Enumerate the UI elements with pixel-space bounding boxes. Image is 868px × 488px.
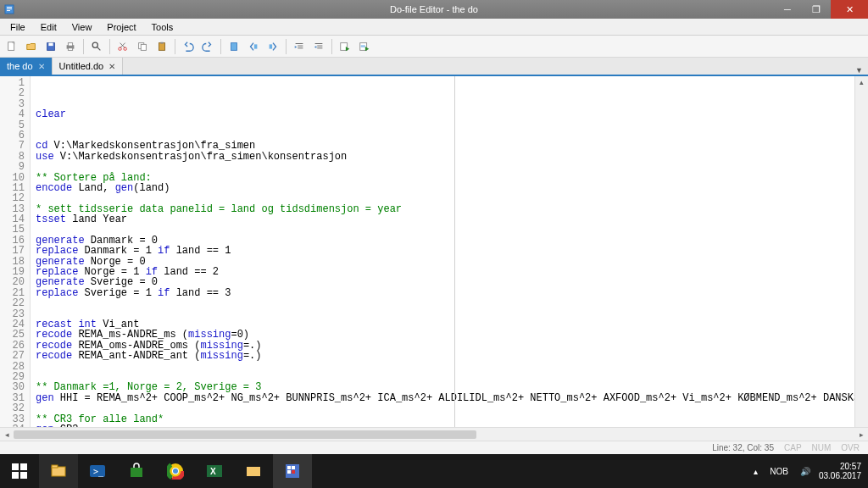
code-line[interactable] xyxy=(36,120,863,130)
start-button[interactable] xyxy=(0,454,39,488)
volume-icon[interactable]: 🔊 xyxy=(800,467,810,476)
taskbar-app-stata[interactable] xyxy=(273,454,312,488)
svg-rect-34 xyxy=(12,472,19,479)
code-area[interactable]: clearcd V:\Markedskonsentrasjon\fra_sime… xyxy=(31,76,868,427)
scroll-left-icon[interactable]: ◂ xyxy=(0,430,14,439)
print-icon[interactable] xyxy=(62,38,79,55)
taskbar-app-powershell[interactable]: >_ xyxy=(78,454,117,488)
menu-edit[interactable]: Edit xyxy=(34,20,64,34)
app-icon xyxy=(0,4,19,14)
taskbar-app-store[interactable] xyxy=(117,454,156,488)
svg-text:X: X xyxy=(210,467,216,476)
close-button[interactable]: ✕ xyxy=(831,0,868,19)
bookmark-prev-icon[interactable] xyxy=(245,38,262,55)
svg-rect-2 xyxy=(7,8,12,9)
code-line[interactable]: replace Sverige = 1 if land == 3 xyxy=(36,288,863,298)
paste-icon[interactable] xyxy=(153,38,170,55)
code-line[interactable]: replace Danmark = 1 if land == 1 xyxy=(36,246,863,256)
code-line[interactable] xyxy=(36,298,863,308)
tab-label: Untitled.do xyxy=(59,61,104,71)
code-line[interactable]: clear xyxy=(36,109,863,119)
taskbar-app-chrome[interactable] xyxy=(156,454,195,488)
cap-indicator: CAP xyxy=(784,443,802,452)
code-line[interactable]: recode REMA_ant-ANDRE_ant (missing=.) xyxy=(36,351,863,361)
svg-point-10 xyxy=(92,42,97,47)
scrollbar-thumb[interactable] xyxy=(14,430,476,439)
menu-file[interactable]: File xyxy=(3,20,32,34)
code-line[interactable]: replace Norge = 1 if land == 2 xyxy=(36,267,863,277)
svg-rect-48 xyxy=(247,467,260,476)
scroll-up-icon[interactable]: ▴ xyxy=(855,76,868,88)
taskbar-app-excel[interactable]: X xyxy=(195,454,234,488)
toolbar xyxy=(0,36,868,58)
code-line[interactable]: ** CR3 for alle land* xyxy=(36,414,863,424)
svg-rect-18 xyxy=(159,42,165,50)
language-indicator[interactable]: NOB xyxy=(766,467,792,476)
code-line[interactable] xyxy=(36,362,863,372)
new-icon[interactable] xyxy=(3,38,20,55)
menu-bar: File Edit View Project Tools xyxy=(0,19,868,36)
svg-rect-3 xyxy=(7,10,10,11)
run-icon[interactable] xyxy=(337,38,353,55)
cut-icon[interactable] xyxy=(114,38,131,55)
menu-tools[interactable]: Tools xyxy=(145,20,181,34)
redo-icon[interactable] xyxy=(199,38,216,55)
tab-bar: the do ✕ Untitled.do ✕ ▼ xyxy=(0,58,868,76)
copy-icon[interactable] xyxy=(134,38,151,55)
tab-overflow-icon[interactable]: ▼ xyxy=(850,66,868,75)
svg-rect-51 xyxy=(292,466,295,469)
menu-project[interactable]: Project xyxy=(100,20,142,34)
code-line[interactable]: use V:\Markedskonsentrasjon\fra_simen\ko… xyxy=(36,152,863,162)
tab-close-icon[interactable]: ✕ xyxy=(38,62,45,71)
num-indicator: NUM xyxy=(812,443,832,452)
ovr-indicator: OVR xyxy=(841,443,860,452)
find-icon[interactable] xyxy=(88,38,105,55)
bookmark-next-icon[interactable] xyxy=(264,38,281,55)
line-number-gutter: 1234567891011121314151617181920212223242… xyxy=(0,76,31,427)
open-icon[interactable] xyxy=(23,38,40,55)
cursor-position: Line: 32, Col: 35 xyxy=(712,443,774,452)
run-selection-icon[interactable] xyxy=(356,38,373,55)
indent-icon[interactable] xyxy=(291,38,308,55)
svg-text:>_: >_ xyxy=(93,467,104,477)
save-icon[interactable] xyxy=(42,38,59,55)
status-bar: Line: 32, Col: 35 CAP NUM OVR xyxy=(0,441,868,454)
code-line[interactable]: * sett tidsserie data panelid = land og … xyxy=(36,204,863,214)
tray-chevron-icon[interactable]: ▴ xyxy=(754,467,758,476)
code-editor[interactable]: 1234567891011121314151617181920212223242… xyxy=(0,76,868,427)
outdent-icon[interactable] xyxy=(310,38,327,55)
tab-label: the do xyxy=(7,61,33,71)
scrollbar-track[interactable] xyxy=(14,430,854,440)
menu-view[interactable]: View xyxy=(65,20,99,34)
code-line[interactable]: gen HHI = REMA_ms^2+ COOP_ms^2+ NG_ms^2+… xyxy=(36,393,863,403)
svg-rect-21 xyxy=(254,44,258,48)
svg-rect-52 xyxy=(287,470,291,474)
svg-rect-1 xyxy=(7,7,12,8)
tab-untitled[interactable]: Untitled.do ✕ xyxy=(53,58,124,75)
taskbar-app-explorer[interactable] xyxy=(39,454,78,488)
code-line[interactable] xyxy=(36,162,863,172)
maximize-button[interactable]: ❐ xyxy=(802,0,831,19)
svg-rect-36 xyxy=(52,467,65,476)
bookmark-toggle-icon[interactable] xyxy=(225,38,242,55)
system-tray: ▴ NOB 🔊 20:57 03.06.2017 xyxy=(754,462,868,480)
svg-rect-32 xyxy=(12,463,19,470)
svg-rect-40 xyxy=(131,468,142,477)
svg-rect-53 xyxy=(292,470,295,474)
scroll-right-icon[interactable]: ▸ xyxy=(854,430,868,439)
clock[interactable]: 20:57 03.06.2017 xyxy=(819,462,861,480)
taskbar-app-folder[interactable] xyxy=(234,454,273,488)
code-line[interactable]: encode Land, gen(land) xyxy=(36,183,863,193)
minimize-button[interactable]: ─ xyxy=(773,0,802,19)
svg-rect-50 xyxy=(287,466,291,469)
svg-rect-19 xyxy=(160,42,164,43)
undo-icon[interactable] xyxy=(180,38,197,55)
code-line[interactable]: tsset land Year xyxy=(36,214,863,225)
code-line[interactable] xyxy=(36,225,863,236)
tab-the-do[interactable]: the do ✕ xyxy=(0,58,53,75)
tab-close-icon[interactable]: ✕ xyxy=(108,62,115,71)
horizontal-scrollbar[interactable]: ◂ ▸ xyxy=(0,427,868,441)
vertical-scrollbar[interactable]: ▴ xyxy=(854,76,868,427)
svg-rect-31 xyxy=(361,45,365,47)
code-line[interactable] xyxy=(36,309,863,319)
